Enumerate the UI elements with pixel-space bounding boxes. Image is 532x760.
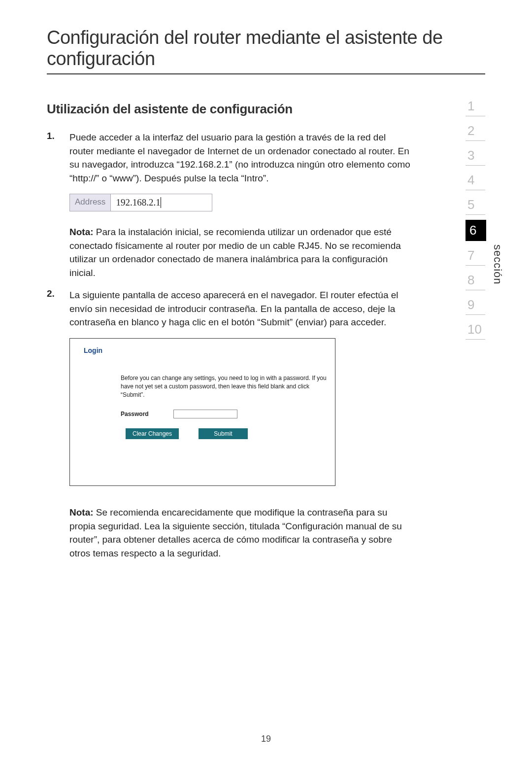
login-password-row: Password [121, 410, 327, 418]
login-description: Before you can change any settings, you … [121, 374, 332, 399]
step-2: 2. La siguiente pantalla de acceso apare… [47, 288, 411, 329]
section-nav-label: sección [491, 244, 504, 285]
login-panel-illustration: Login Before you can change any settings… [69, 338, 335, 486]
step-text: La siguiente pantalla de acceso aparecer… [69, 288, 411, 329]
login-heading: Login [84, 346, 327, 354]
login-button-row: Clear Changes Submit [126, 428, 327, 439]
content-area: 1. Puede acceder a la interfaz del usuar… [47, 131, 411, 560]
note-2: Nota: Se recomienda encarecidamente que … [47, 506, 411, 560]
address-bar-illustration: Address 192.168.2.1 [69, 194, 212, 211]
submit-button: Submit [199, 428, 248, 439]
note-text: Nota: Se recomienda encarecidamente que … [69, 506, 411, 560]
section-link-2[interactable]: 2 [466, 116, 485, 141]
address-value: 192.168.2.1 [116, 197, 161, 208]
login-password-input [173, 410, 237, 418]
section-subtitle: Utilización del asistente de configuraci… [47, 102, 485, 117]
note-body: Se recomienda encarecidamente que modifi… [69, 507, 402, 558]
address-field: 192.168.2.1 [111, 194, 212, 211]
section-link-5[interactable]: 5 [466, 190, 485, 215]
section-link-8[interactable]: 8 [466, 266, 485, 290]
section-link-10[interactable]: 10 [466, 315, 485, 340]
section-link-9[interactable]: 9 [466, 290, 485, 315]
address-label: Address [70, 194, 111, 211]
section-link-7[interactable]: 7 [466, 241, 485, 266]
section-link-4[interactable]: 4 [466, 166, 485, 190]
step-number: 2. [47, 288, 69, 329]
page-number: 19 [0, 734, 532, 744]
section-link-1[interactable]: 1 [466, 92, 485, 116]
section-link-current[interactable]: 6 [466, 220, 486, 241]
step-number: 1. [47, 131, 69, 185]
step-1: 1. Puede acceder a la interfaz del usuar… [47, 131, 411, 185]
step-text: Puede acceder a la interfaz del usuario … [69, 131, 411, 185]
note-label: Nota: [69, 227, 94, 237]
clear-changes-button: Clear Changes [126, 428, 179, 439]
note-text: Nota: Para la instalación inicial, se re… [69, 225, 411, 279]
note-body: Para la instalación inicial, se recomien… [69, 227, 401, 278]
login-password-label: Password [121, 411, 149, 417]
note-label: Nota: [69, 507, 94, 518]
section-link-3[interactable]: 3 [466, 141, 485, 166]
note-1: Nota: Para la instalación inicial, se re… [47, 225, 411, 279]
section-nav: 1 2 3 4 5 6 7 8 9 10 sección [466, 92, 495, 340]
page-title: Configuración del router mediante el asi… [47, 27, 485, 74]
